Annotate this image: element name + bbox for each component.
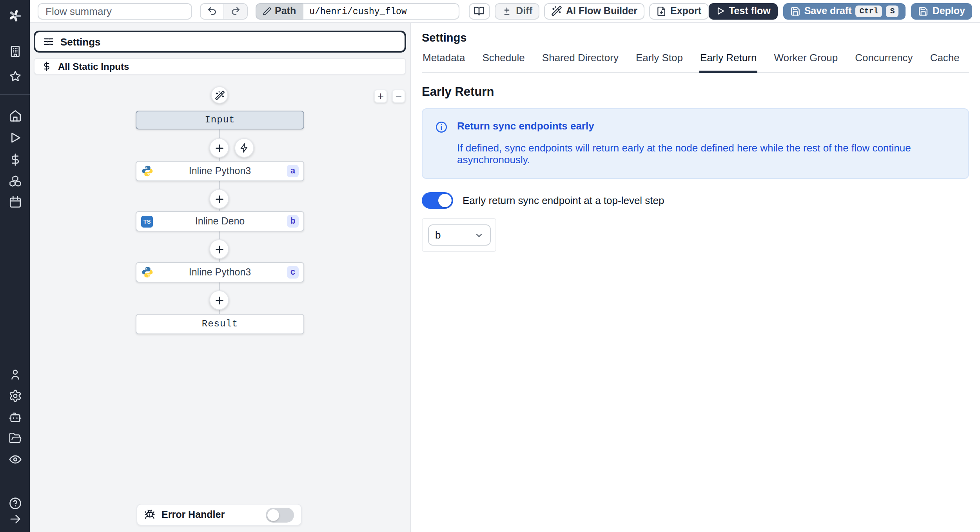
node-inline-deno-b[interactable]: TS Inline Deno b (136, 211, 304, 231)
sidebar-item-schedules[interactable] (0, 192, 30, 211)
chevron-down-icon (474, 230, 484, 240)
gear-icon (8, 389, 22, 402)
insert-step-button[interactable] (209, 239, 229, 259)
sidebar-item-workspace[interactable] (0, 42, 30, 60)
deploy-button[interactable]: Deploy (911, 3, 972, 19)
toolbar-right-group: Test flow Save draft Ctrl S Deploy (708, 3, 972, 19)
step-badge: a (287, 165, 299, 177)
redo-button[interactable] (224, 4, 247, 18)
diff-icon (502, 6, 512, 16)
sidebar-divider (0, 94, 30, 95)
settings-tabs: Metadata Schedule Shared Directory Early… (422, 52, 969, 73)
plus-icon: + (377, 90, 384, 101)
sidebar-item-ai[interactable] (0, 407, 30, 426)
pencil-icon (262, 7, 271, 15)
sidebar-item-home[interactable] (0, 106, 30, 125)
flow-settings-item[interactable]: Settings (34, 31, 406, 53)
deploy-label: Deploy (933, 5, 965, 16)
tab-metadata[interactable]: Metadata (422, 52, 466, 73)
node-label: Inline Python3 (136, 267, 303, 278)
flow-summary-input[interactable] (38, 3, 192, 19)
plus-icon (214, 244, 225, 255)
user-icon (8, 368, 22, 381)
zoom-out-button[interactable]: − (392, 89, 405, 103)
info-icon (435, 121, 448, 166)
all-static-inputs-item[interactable]: All Static Inputs (34, 58, 406, 75)
node-inline-python3-c[interactable]: Inline Python3 c (136, 262, 304, 282)
file-export-icon (656, 6, 666, 16)
star-icon (8, 69, 22, 83)
play-icon (715, 6, 725, 16)
sidebar-item-settings[interactable] (0, 386, 30, 405)
redo-icon (230, 6, 241, 16)
insert-step-button[interactable] (209, 138, 229, 158)
tab-early-stop[interactable]: Early Stop (635, 52, 684, 73)
sidebar (0, 0, 30, 532)
tab-worker-group[interactable]: Worker Group (773, 52, 838, 73)
info-body: If defined, sync endpoints will return e… (457, 142, 956, 166)
early-return-title: Early Return (422, 85, 969, 99)
toggle-knob (267, 509, 279, 521)
step-badge: c (287, 266, 299, 279)
sidebar-item-audit[interactable] (0, 450, 30, 468)
node-input[interactable]: Input (136, 111, 304, 129)
node-inline-python3-a[interactable]: Inline Python3 a (136, 161, 304, 181)
error-handler-toggle[interactable] (266, 507, 294, 522)
help-icon (8, 496, 22, 510)
zoom-in-button[interactable]: + (374, 89, 387, 103)
undo-redo-group (200, 3, 247, 19)
tab-shared-directory[interactable]: Shared Directory (541, 52, 619, 73)
ai-flow-builder-button[interactable]: AI Flow Builder (544, 3, 644, 19)
step-badge: b (287, 215, 299, 228)
export-button[interactable]: Export (649, 3, 708, 19)
path-input[interactable] (302, 3, 459, 19)
test-flow-button[interactable]: Test flow (708, 3, 778, 19)
save-draft-label: Save draft (804, 5, 852, 16)
tab-concurrency[interactable]: Concurrency (854, 52, 913, 73)
settings-panel-title: Settings (422, 31, 969, 44)
ai-builder-graph-button[interactable] (211, 86, 228, 104)
test-flow-label: Test flow (729, 5, 771, 16)
typescript-icon: TS (141, 215, 153, 227)
calendar-icon (8, 195, 22, 208)
undo-button[interactable] (201, 4, 223, 18)
early-return-step-select[interactable]: b (428, 224, 491, 246)
diff-label: Diff (516, 5, 532, 16)
early-return-toggle-label: Early return sync endpoint at a top-leve… (463, 195, 664, 206)
error-handler-item[interactable]: Error Handler (136, 504, 302, 526)
eye-icon (8, 452, 22, 466)
tab-cache[interactable]: Cache (929, 52, 960, 73)
diff-button[interactable]: Diff (495, 3, 539, 19)
early-return-toggle-row: Early return sync endpoint at a top-leve… (422, 192, 969, 209)
windmill-logo-icon[interactable] (5, 6, 24, 25)
add-trigger-button[interactable] (234, 138, 254, 158)
info-title: Return sync endpoints early (457, 120, 956, 132)
kbd-s: S (886, 5, 899, 17)
info-content: Return sync endpoints early If defined, … (457, 120, 956, 166)
minus-icon: − (396, 90, 402, 101)
sidebar-item-favorites[interactable] (0, 67, 30, 86)
path-group: Path (255, 3, 459, 19)
wand-sparkles-icon (551, 5, 562, 16)
step-select-container: b (422, 218, 496, 252)
docs-button[interactable] (468, 3, 490, 19)
path-edit-button[interactable]: Path (255, 3, 302, 19)
sidebar-item-help[interactable] (0, 494, 30, 512)
sidebar-item-resources[interactable] (0, 172, 30, 191)
sidebar-item-user[interactable] (0, 365, 30, 384)
insert-step-button[interactable] (209, 290, 229, 310)
tab-early-return[interactable]: Early Return (699, 52, 758, 73)
insert-step-button[interactable] (209, 189, 229, 209)
tab-schedule[interactable]: Schedule (481, 52, 525, 73)
save-draft-button[interactable]: Save draft Ctrl S (783, 3, 906, 19)
windmill-flow-editor: Path Diff (0, 0, 980, 532)
sidebar-item-runs[interactable] (0, 128, 30, 147)
node-result[interactable]: Result (136, 314, 304, 334)
python-icon (141, 165, 154, 177)
early-return-toggle[interactable] (422, 192, 453, 209)
sidebar-collapse-button[interactable] (0, 513, 30, 532)
robot-icon (8, 410, 22, 423)
sidebar-item-variables[interactable] (0, 150, 30, 169)
sidebar-item-folders[interactable] (0, 428, 30, 447)
book-open-icon (474, 5, 485, 16)
